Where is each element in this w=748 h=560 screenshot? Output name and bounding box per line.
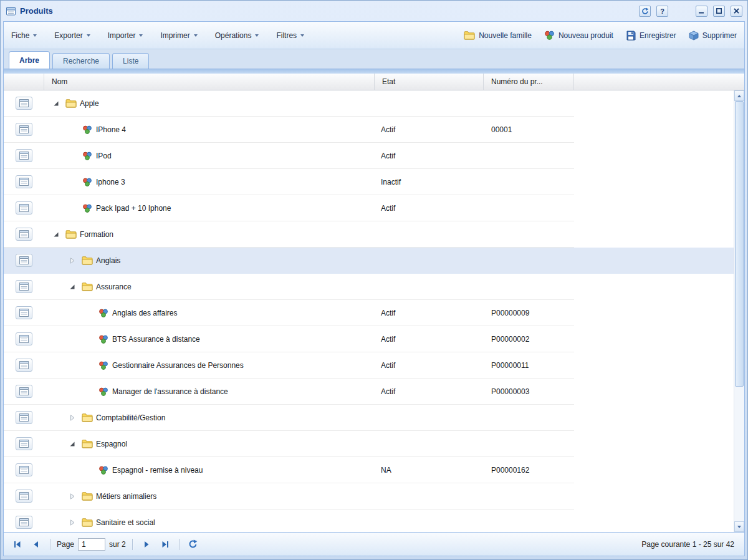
row-detail-button[interactable] <box>16 385 32 398</box>
tree-row[interactable]: IPhone 4Actif00001 <box>4 117 734 143</box>
row-detail-button[interactable] <box>16 149 32 162</box>
tree-row[interactable]: IPodActif <box>4 143 734 169</box>
expand-arrow-icon[interactable] <box>67 519 78 526</box>
etat-cell: NA <box>375 457 484 483</box>
folder-icon <box>81 439 93 448</box>
collapse-arrow-icon[interactable] <box>50 231 62 238</box>
etat-cell: Actif <box>375 143 484 169</box>
row-detail-button[interactable] <box>16 123 32 136</box>
grid-header: Nom Etat Numéro du pr... <box>4 74 744 90</box>
collapse-arrow-icon[interactable] <box>50 100 62 107</box>
numero-cell <box>484 405 574 431</box>
maximize-button[interactable] <box>713 6 725 17</box>
close-button[interactable] <box>731 6 742 17</box>
tree-row[interactable]: Apple <box>4 90 734 117</box>
tab-liste[interactable]: Liste <box>112 53 149 69</box>
delete-button[interactable]: Supprimer <box>689 31 737 41</box>
tree-row[interactable]: Pack Ipad + 10 IphoneActif <box>4 195 734 221</box>
action-label: Nouveau produit <box>559 31 613 40</box>
menu-filtres[interactable]: Filtres <box>276 31 304 40</box>
column-header-etat[interactable]: Etat <box>375 74 484 90</box>
row-detail-button[interactable] <box>16 437 32 450</box>
column-header-nom[interactable]: Nom <box>44 74 375 90</box>
row-detail-button[interactable] <box>16 201 32 215</box>
row-detail-button[interactable] <box>16 254 32 267</box>
expand-arrow-icon[interactable] <box>67 415 78 421</box>
row-detail-button[interactable] <box>16 359 32 372</box>
page-number-input[interactable] <box>78 538 105 551</box>
tree-row[interactable]: BTS Assurance à distanceActifP00000002 <box>4 326 734 352</box>
tree-row[interactable]: Espagnol <box>4 431 734 457</box>
save-button[interactable]: Enregistrer <box>626 31 676 41</box>
tree-row[interactable]: Iphone 3Inactif <box>4 169 734 195</box>
node-label: Iphone 3 <box>96 178 125 186</box>
menu-operations[interactable]: Opérations <box>215 31 259 40</box>
row-detail-button[interactable] <box>16 306 32 319</box>
menu-fiche[interactable]: Fiche <box>11 31 37 40</box>
last-page-button[interactable] <box>158 537 173 552</box>
row-detail-cell <box>4 379 44 405</box>
refresh-button[interactable] <box>639 6 651 17</box>
expand-arrow-icon[interactable] <box>67 258 78 264</box>
refresh-icon <box>641 7 649 15</box>
row-detail-button[interactable] <box>16 332 32 345</box>
tree-row[interactable]: Assurance <box>4 274 734 300</box>
menu-label: Exporter <box>54 31 82 40</box>
tree-row[interactable]: Comptabilité/Gestion <box>4 405 734 431</box>
scroll-down-button[interactable] <box>734 521 744 532</box>
tab-arbre[interactable]: Arbre <box>9 51 50 69</box>
numero-cell: P00000011 <box>484 352 574 379</box>
detail-form-icon <box>19 413 29 422</box>
collapse-arrow-icon[interactable] <box>67 441 78 447</box>
chevron-down-icon <box>33 34 37 37</box>
help-button[interactable]: ? <box>656 6 668 17</box>
numero-cell: P00000003 <box>484 379 574 405</box>
tab-recherche[interactable]: Recherche <box>52 53 110 69</box>
name-cell: IPod <box>44 143 375 169</box>
new-product-button[interactable]: Nouveau produit <box>544 30 613 41</box>
vertical-scrollbar[interactable] <box>734 90 744 532</box>
expand-arrow-icon[interactable] <box>67 493 78 500</box>
minimize-button[interactable] <box>696 6 707 17</box>
next-page-button[interactable] <box>139 537 154 552</box>
column-header-filler <box>574 74 744 90</box>
previous-page-button[interactable] <box>29 537 44 552</box>
scroll-up-button[interactable] <box>734 90 744 101</box>
numero-cell <box>484 274 574 300</box>
etat-cell: Actif <box>375 195 484 221</box>
menu-importer[interactable]: Importer <box>108 31 143 40</box>
node-label: Anglais des affaires <box>112 309 178 317</box>
node-label: Espagnol <box>96 440 127 448</box>
new-family-button[interactable]: Nouvelle famille <box>464 31 532 40</box>
column-header-numero[interactable]: Numéro du pr... <box>484 74 574 90</box>
scrollbar-thumb[interactable] <box>735 101 744 387</box>
name-cell: Espagnol <box>44 431 375 457</box>
row-detail-button[interactable] <box>16 463 32 476</box>
row-detail-button[interactable] <box>16 411 32 424</box>
row-detail-button[interactable] <box>16 516 32 529</box>
tree-row[interactable]: Manager de l'assurance à distanceActifP0… <box>4 379 734 405</box>
name-cell: Iphone 3 <box>44 169 375 195</box>
first-page-button[interactable] <box>10 537 25 552</box>
row-detail-button[interactable] <box>16 280 32 293</box>
row-detail-button[interactable] <box>16 97 32 110</box>
tree-row[interactable]: Sanitaire et social <box>4 509 734 532</box>
tree-row[interactable]: Formation <box>4 221 734 248</box>
row-detail-button[interactable] <box>16 490 32 503</box>
tree-row[interactable]: Espagnol - remise à niveauNAP00000162 <box>4 457 734 483</box>
menu-exporter[interactable]: Exporter <box>54 31 90 40</box>
refresh-grid-button[interactable] <box>186 537 201 552</box>
tree-row[interactable]: Anglais des affairesActifP00000009 <box>4 300 734 326</box>
collapse-arrow-icon[interactable] <box>67 284 78 290</box>
etat-cell: Actif <box>375 379 484 405</box>
tree-row[interactable]: Anglais <box>4 248 734 274</box>
row-detail-button[interactable] <box>16 175 32 188</box>
menu-label: Opérations <box>215 31 252 40</box>
tree-row[interactable]: Métiers animaliers <box>4 483 734 509</box>
tree-row[interactable]: Gestionnaire Assurances de PersonnesActi… <box>4 352 734 379</box>
product-icon <box>81 151 93 161</box>
scrollbar-track[interactable] <box>734 101 744 521</box>
node-label: Apple <box>80 99 99 108</box>
row-detail-button[interactable] <box>16 228 32 241</box>
menu-imprimer[interactable]: Imprimer <box>160 31 197 40</box>
